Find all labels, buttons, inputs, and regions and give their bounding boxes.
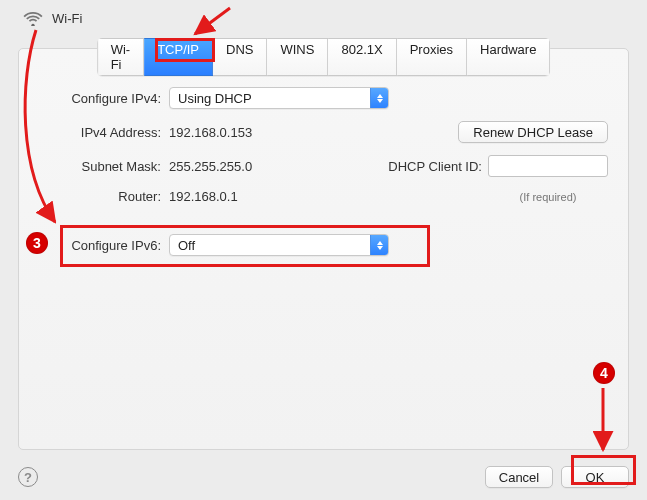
tab-8021x[interactable]: 802.1X [328, 38, 396, 76]
dhcp-client-id-input[interactable] [488, 155, 608, 177]
window-title: Wi-Fi [52, 11, 82, 26]
tab-tcpip[interactable]: TCP/IP [144, 38, 213, 76]
form: Configure IPv4: Using DHCP IPv4 Address:… [19, 49, 628, 278]
select-arrows-icon [370, 88, 388, 108]
ipv4-config-value: Using DHCP [178, 91, 252, 106]
dhcp-client-id-label: DHCP Client ID: [388, 159, 482, 174]
renew-dhcp-button[interactable]: Renew DHCP Lease [458, 121, 608, 143]
tab-proxies[interactable]: Proxies [397, 38, 467, 76]
footer: ? Cancel OK [18, 466, 629, 488]
wifi-icon [22, 10, 44, 26]
tab-dns[interactable]: DNS [213, 38, 267, 76]
ipv4-config-select[interactable]: Using DHCP [169, 87, 389, 109]
ipv4-address-value: 192.168.0.153 [169, 125, 329, 140]
tab-hardware[interactable]: Hardware [467, 38, 550, 76]
router-label: Router: [39, 189, 169, 204]
ipv4-config-label: Configure IPv4: [39, 91, 169, 106]
tab-wifi[interactable]: Wi-Fi [97, 38, 145, 76]
subnet-mask-value: 255.255.255.0 [169, 159, 329, 174]
settings-window: Wi-Fi Wi-Fi TCP/IP DNS WINS 802.1X Proxi… [0, 0, 647, 500]
help-button[interactable]: ? [18, 467, 38, 487]
ipv6-config-select[interactable]: Off [169, 234, 389, 256]
ipv4-address-label: IPv4 Address: [39, 125, 169, 140]
tab-wins[interactable]: WINS [267, 38, 328, 76]
subnet-mask-label: Subnet Mask: [39, 159, 169, 174]
ipv6-config-value: Off [178, 238, 195, 253]
dhcp-client-id-hint: (If required) [488, 191, 608, 203]
router-value: 192.168.0.1 [169, 189, 329, 204]
tabs: Wi-Fi TCP/IP DNS WINS 802.1X Proxies Har… [97, 38, 551, 76]
settings-panel: Wi-Fi TCP/IP DNS WINS 802.1X Proxies Har… [18, 48, 629, 450]
ok-button[interactable]: OK [561, 466, 629, 488]
ipv6-config-label: Configure IPv6: [39, 238, 169, 253]
cancel-button[interactable]: Cancel [485, 466, 553, 488]
select-arrows-icon [370, 235, 388, 255]
